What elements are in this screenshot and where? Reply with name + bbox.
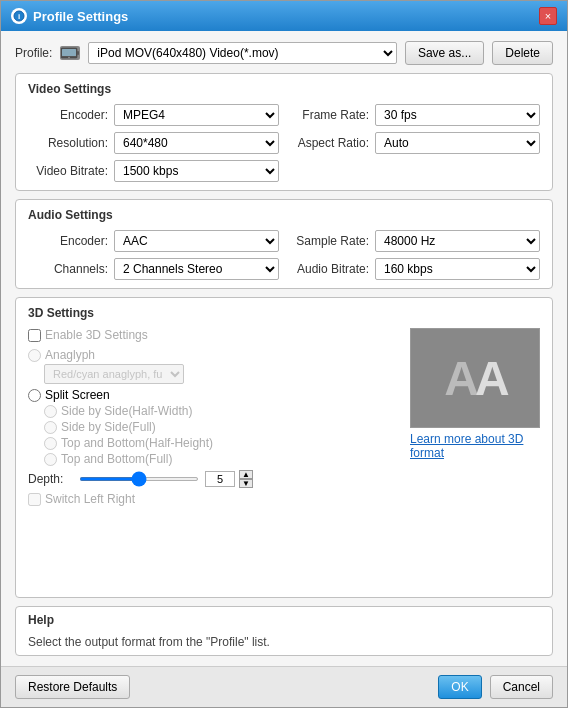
help-text: Select the output format from the "Profi… <box>28 635 270 649</box>
window-icon: i <box>11 8 27 24</box>
depth-row: Depth: ▲ ▼ <box>28 470 398 488</box>
side-by-side-full-row: Side by Side(Full) <box>44 420 398 434</box>
frame-rate-label: Frame Rate: <box>289 108 369 122</box>
side-by-side-half-row: Side by Side(Half-Width) <box>44 404 398 418</box>
frame-rate-select[interactable]: 30 fps <box>375 104 540 126</box>
encoder-label: Encoder: <box>28 108 108 122</box>
anaglyph-type-select[interactable]: Red/cyan anaglyph, full color <box>44 364 184 384</box>
frame-rate-row: Frame Rate: 30 fps <box>289 104 540 126</box>
3d-preview-text: AA <box>444 351 505 406</box>
help-section: Help Select the output format from the "… <box>15 606 553 656</box>
side-by-side-half-label[interactable]: Side by Side(Half-Width) <box>61 404 192 418</box>
audio-encoder-select[interactable]: AAC <box>114 230 279 252</box>
video-settings-title: Video Settings <box>28 82 540 96</box>
side-by-side-half-radio[interactable] <box>44 405 57 418</box>
depth-up-button[interactable]: ▲ <box>239 470 253 479</box>
title-bar-left: i Profile Settings <box>11 8 128 24</box>
aspect-ratio-row: Aspect Ratio: Auto <box>289 132 540 154</box>
profile-row: Profile: iPod MOV(640x480) Video(*.mov) … <box>15 41 553 65</box>
video-settings-section: Video Settings Encoder: MPEG4 Frame Rate… <box>15 73 553 191</box>
resolution-label: Resolution: <box>28 136 108 150</box>
three-d-left: Enable 3D Settings Anaglyph Red/cyan ana… <box>28 328 398 512</box>
svg-point-5 <box>69 57 71 59</box>
channels-select[interactable]: 2 Channels Stereo <box>114 258 279 280</box>
profile-device-icon <box>60 46 80 60</box>
anaglyph-option-row: Red/cyan anaglyph, full color <box>44 364 398 384</box>
enable-3d-checkbox[interactable] <box>28 329 41 342</box>
audio-bitrate-row: Audio Bitrate: 160 kbps <box>289 258 540 280</box>
audio-encoder-label: Encoder: <box>28 234 108 248</box>
footer: Restore Defaults OK Cancel <box>1 666 567 707</box>
video-bitrate-select[interactable]: 1500 kbps <box>114 160 279 182</box>
sample-rate-select[interactable]: 48000 Hz <box>375 230 540 252</box>
anaglyph-radio[interactable] <box>28 349 41 362</box>
sample-rate-label: Sample Rate: <box>289 234 369 248</box>
encoder-row: Encoder: MPEG4 <box>28 104 279 126</box>
learn-more-row: Learn more about 3D format <box>410 432 540 460</box>
depth-value-input[interactable] <box>205 471 235 487</box>
learn-more-link[interactable]: Learn more about 3D format <box>410 432 540 460</box>
encoder-select[interactable]: MPEG4 <box>114 104 279 126</box>
three-d-right: AA Learn more about 3D format <box>410 328 540 512</box>
three-d-settings-title: 3D Settings <box>28 306 540 320</box>
audio-settings-section: Audio Settings Encoder: AAC Sample Rate:… <box>15 199 553 289</box>
depth-down-button[interactable]: ▼ <box>239 479 253 488</box>
side-by-side-full-radio[interactable] <box>44 421 57 434</box>
audio-settings-grid: Encoder: AAC Sample Rate: 48000 Hz Chann… <box>28 230 540 280</box>
title-bar: i Profile Settings × <box>1 1 567 31</box>
profile-label: Profile: <box>15 46 52 60</box>
svg-rect-4 <box>62 49 76 56</box>
switch-lr-row: Switch Left Right <box>28 492 398 506</box>
video-bitrate-label: Video Bitrate: <box>28 164 108 178</box>
depth-slider[interactable] <box>79 477 199 481</box>
svg-rect-3 <box>77 51 79 55</box>
footer-right: OK Cancel <box>438 675 553 699</box>
split-screen-label[interactable]: Split Screen <box>45 388 110 402</box>
three-d-settings-section: 3D Settings Enable 3D Settings Anaglyph … <box>15 297 553 598</box>
enable-3d-label[interactable]: Enable 3D Settings <box>45 328 148 342</box>
resolution-select[interactable]: 640*480 <box>114 132 279 154</box>
aspect-ratio-label: Aspect Ratio: <box>289 136 369 150</box>
restore-defaults-button[interactable]: Restore Defaults <box>15 675 130 699</box>
depth-spin: ▲ ▼ <box>239 470 253 488</box>
depth-slider-container <box>79 477 199 481</box>
switch-lr-label[interactable]: Switch Left Right <box>45 492 135 506</box>
top-bottom-full-radio[interactable] <box>44 453 57 466</box>
close-button[interactable]: × <box>539 7 557 25</box>
preview-left-letter: A <box>444 352 475 405</box>
delete-button[interactable]: Delete <box>492 41 553 65</box>
sample-rate-row: Sample Rate: 48000 Hz <box>289 230 540 252</box>
aspect-ratio-select[interactable]: Auto <box>375 132 540 154</box>
three-d-inner: Enable 3D Settings Anaglyph Red/cyan ana… <box>28 328 540 512</box>
video-bitrate-row: Video Bitrate: 1500 kbps <box>28 160 279 182</box>
help-title: Help <box>28 613 540 627</box>
audio-encoder-row: Encoder: AAC <box>28 230 279 252</box>
channels-label: Channels: <box>28 262 108 276</box>
profile-select[interactable]: iPod MOV(640x480) Video(*.mov) <box>88 42 397 64</box>
cancel-button[interactable]: Cancel <box>490 675 553 699</box>
top-bottom-half-radio[interactable] <box>44 437 57 450</box>
content-area: Profile: iPod MOV(640x480) Video(*.mov) … <box>1 31 567 666</box>
video-settings-grid: Encoder: MPEG4 Frame Rate: 30 fps Resolu… <box>28 104 540 182</box>
enable-3d-row: Enable 3D Settings <box>28 328 398 342</box>
audio-bitrate-label: Audio Bitrate: <box>289 262 369 276</box>
svg-text:i: i <box>18 12 20 21</box>
anaglyph-label[interactable]: Anaglyph <box>45 348 95 362</box>
3d-preview-box: AA <box>410 328 540 428</box>
top-bottom-full-label[interactable]: Top and Bottom(Full) <box>61 452 172 466</box>
switch-lr-checkbox[interactable] <box>28 493 41 506</box>
side-by-side-full-label[interactable]: Side by Side(Full) <box>61 420 156 434</box>
anaglyph-row: Anaglyph <box>28 348 398 362</box>
split-screen-radio[interactable] <box>28 389 41 402</box>
resolution-row: Resolution: 640*480 <box>28 132 279 154</box>
ok-button[interactable]: OK <box>438 675 481 699</box>
preview-right-letter: A <box>475 352 506 405</box>
top-bottom-full-row: Top and Bottom(Full) <box>44 452 398 466</box>
top-bottom-half-label[interactable]: Top and Bottom(Half-Height) <box>61 436 213 450</box>
save-as-button[interactable]: Save as... <box>405 41 484 65</box>
profile-settings-window: i Profile Settings × Profile: iPod MOV(6… <box>0 0 568 708</box>
audio-bitrate-select[interactable]: 160 kbps <box>375 258 540 280</box>
audio-settings-title: Audio Settings <box>28 208 540 222</box>
split-screen-row: Split Screen <box>28 388 398 402</box>
top-bottom-half-row: Top and Bottom(Half-Height) <box>44 436 398 450</box>
